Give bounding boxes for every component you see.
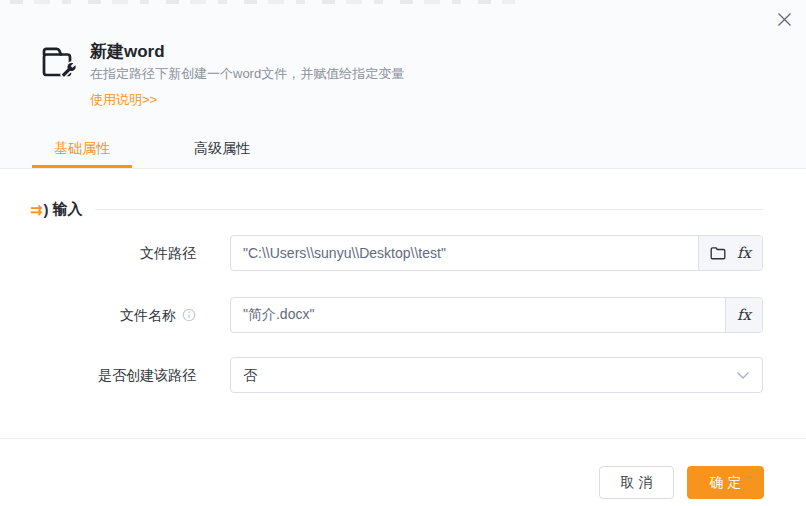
file-path-input[interactable] xyxy=(231,236,698,270)
input-arrows-icon: ⇉ xyxy=(30,202,43,217)
folder-icon[interactable] xyxy=(710,246,726,260)
property-tabs: 基础属性 高级属性 xyxy=(32,130,272,168)
dialog-header: 新建word 在指定路径下新创建一个word文件，并赋值给指定变量 使用说明>>… xyxy=(0,0,806,169)
tab-basic-properties[interactable]: 基础属性 xyxy=(32,130,132,168)
word-folder-wrench-icon xyxy=(37,42,77,82)
create-path-selected-value: 否 xyxy=(231,358,736,392)
create-path-label: 是否创建该路径 xyxy=(30,357,196,393)
usage-help-link[interactable]: 使用说明>> xyxy=(90,91,157,109)
file-name-label: 文件名称 xyxy=(30,297,196,333)
file-path-control: fx xyxy=(230,235,763,271)
field-row-file-name: 文件名称 fx xyxy=(30,297,763,333)
input-paren-glyph: ) xyxy=(44,202,49,217)
field-row-create-path: 是否创建该路径 否 xyxy=(30,357,763,393)
fx-icon[interactable]: fx xyxy=(737,308,751,323)
close-button[interactable] xyxy=(773,8,795,30)
fx-icon[interactable]: fx xyxy=(737,246,751,261)
tab-advanced-properties[interactable]: 高级属性 xyxy=(172,130,272,168)
confirm-button[interactable]: 确 定 xyxy=(687,466,764,499)
create-path-select[interactable]: 否 xyxy=(230,357,763,393)
input-section-title: 输入 xyxy=(53,200,83,219)
file-path-suffix: fx xyxy=(698,236,762,270)
section-divider-line xyxy=(95,209,763,210)
file-name-control: fx xyxy=(230,297,763,333)
file-name-label-text: 文件名称 xyxy=(120,297,176,333)
cancel-button[interactable]: 取 消 xyxy=(599,466,674,499)
dialog-footer: 取 消 确 定 xyxy=(599,466,764,499)
background-window-remnant xyxy=(10,0,515,4)
dialog-description: 在指定路径下新创建一个word文件，并赋值给指定变量 xyxy=(90,65,404,83)
new-word-dialog: 新建word 在指定路径下新创建一个word文件，并赋值给指定变量 使用说明>>… xyxy=(0,0,806,506)
footer-divider xyxy=(0,438,806,439)
dialog-title: 新建word xyxy=(90,40,165,63)
field-row-file-path: 文件路径 fx xyxy=(30,235,763,271)
file-path-label: 文件路径 xyxy=(30,235,196,271)
input-section-header: ⇉ ) 输入 xyxy=(30,199,763,219)
file-name-suffix: fx xyxy=(725,298,762,332)
close-icon xyxy=(777,12,792,27)
info-icon[interactable] xyxy=(182,308,196,322)
chevron-down-icon xyxy=(736,358,762,392)
file-name-input[interactable] xyxy=(231,298,725,332)
